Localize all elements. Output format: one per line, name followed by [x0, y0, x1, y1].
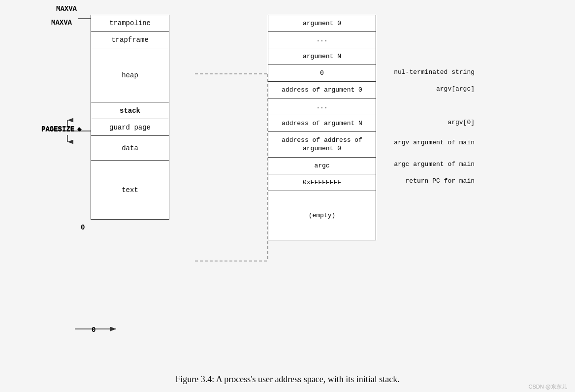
right-stack-detail: argument 0 ... argument N 0 address of a…: [268, 15, 376, 240]
figure-caption: Figure 3.4: A process's user address spa…: [175, 374, 400, 385]
annotation-argv0: argv[0]: [447, 119, 475, 126]
trapframe-block: trapframe: [91, 32, 169, 48]
left-memory-map: MAXVA PAGESIZE ⬧ 0 trampoline trapframe …: [91, 15, 169, 220]
annotation-argv-argc: argv[argc]: [436, 85, 475, 93]
ellipsis2-block: ...: [268, 98, 376, 115]
zero-block: 0: [268, 65, 376, 82]
guard-page-block: guard page: [91, 119, 169, 136]
maxva-label-pos: MAXVA: [51, 19, 72, 27]
double-arrow-icon: ⬥: [77, 125, 82, 134]
addr-argN-block: address of argument N: [268, 115, 376, 132]
heap-block: heap: [91, 48, 169, 102]
argument0-block: argument 0: [268, 15, 376, 32]
annotation-return-pc: return PC for main: [406, 177, 475, 185]
annotation-argc-main: argc argument of main: [394, 161, 475, 168]
argumentN-block: argument N: [268, 48, 376, 65]
diagram-container: MAXVA PAGESIZE ⬧ 0 trampoline trapframe …: [0, 0, 575, 392]
text-block: text: [91, 161, 169, 220]
addr-arg0-block: address of argument 0: [268, 82, 376, 98]
empty-block: (empty): [268, 191, 376, 240]
ellipsis1-block: ...: [268, 32, 376, 48]
data-block: data: [91, 136, 169, 161]
trampoline-block: trampoline: [91, 15, 169, 32]
watermark: CSDN @东东儿: [529, 383, 567, 391]
addr-addr-arg0-block: address of address ofargument 0: [268, 132, 376, 158]
diagram-area: MAXVA PAGESIZE ⬧ 0 trampoline trapframe …: [41, 15, 534, 359]
maxva-label: MAXVA: [56, 5, 77, 13]
annotation-argv-main: argv argument of main: [394, 139, 475, 146]
pagesize-text2: PAGESIZE: [41, 126, 74, 133]
zero-label: 0: [81, 224, 85, 231]
argc-block: argc: [268, 158, 376, 174]
stack-block: stack: [91, 102, 169, 119]
annotation-nul-string: nul-terminated string: [394, 68, 475, 76]
pagesize-label-pos: PAGESIZE ⬥: [41, 125, 82, 134]
return-pc-block: 0xFFFFFFFF: [268, 174, 376, 191]
zero-label-pos: 0: [92, 326, 96, 334]
